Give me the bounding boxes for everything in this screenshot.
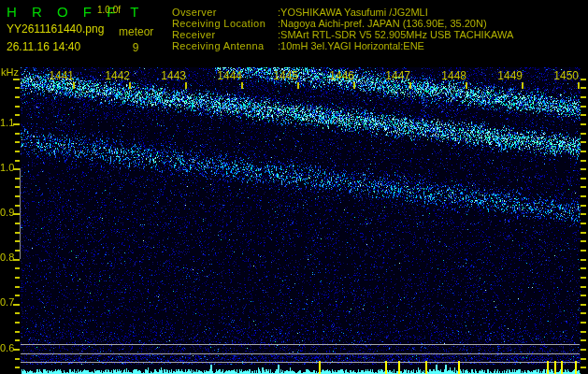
filename-label: YY2611161440.png	[7, 22, 104, 36]
khz-unit-label: kHz	[1, 66, 19, 78]
time-label: 1442	[102, 69, 130, 82]
version-label: 1.0.0f	[97, 5, 121, 15]
time-label: 1448	[438, 69, 466, 82]
info-value: :10mH 3el.YAGI Horizontal:ENE	[278, 40, 424, 51]
freq-label: 0.6	[0, 342, 13, 353]
info-value: :YOSHIKAWA Yasufumi /JG2MLI	[278, 7, 428, 18]
app-title: H R O F F T	[7, 4, 144, 20]
hrofft-window: H R O F F T 1.0.0f YY2611161440.png mete…	[0, 0, 588, 374]
time-label: 1450	[551, 69, 579, 82]
time-label: 1447	[382, 69, 410, 82]
info-label: Receiving Location	[172, 18, 265, 29]
freq-label: 1.0	[0, 162, 13, 173]
freq-label: 1.1	[0, 117, 13, 128]
mode-label: meteor	[119, 25, 153, 38]
time-label: 1444	[214, 69, 242, 82]
freq-label: 0.8	[0, 252, 13, 263]
time-label: 1446	[326, 69, 354, 82]
info-label: Receiver	[172, 29, 216, 40]
info-label: Receiving Antenna	[172, 40, 265, 51]
spectrogram-canvas	[0, 0, 588, 374]
info-label: Ovserver	[172, 7, 217, 18]
datetime-label: 26.11.16 14:40	[7, 40, 80, 53]
info-value: :Nagoya Aichi-pref. JAPAN (136.90E, 35.2…	[278, 18, 487, 29]
time-label: 1443	[158, 69, 186, 82]
meteor-count: 9	[129, 41, 142, 54]
freq-label: 0.7	[0, 296, 13, 308]
freq-label: 0.9	[0, 207, 13, 218]
time-label: 1441	[46, 69, 74, 82]
info-value: :SMArt RTL-SDR V5 52.905MHz USB TACHIKAW…	[278, 29, 513, 40]
time-label: 1449	[495, 69, 523, 82]
time-label: 1445	[270, 69, 298, 82]
